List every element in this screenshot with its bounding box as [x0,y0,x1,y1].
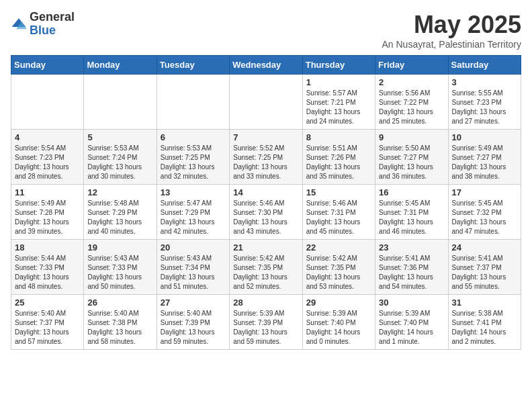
day-number: 6 [161,132,226,142]
calendar-cell: 18Sunrise: 5:44 AM Sunset: 7:33 PM Dayli… [11,240,84,295]
calendar-week-5: 25Sunrise: 5:40 AM Sunset: 7:37 PM Dayli… [11,295,521,350]
calendar-cell: 1Sunrise: 5:57 AM Sunset: 7:21 PM Daylig… [302,75,375,130]
calendar-cell: 19Sunrise: 5:43 AM Sunset: 7:33 PM Dayli… [84,240,157,295]
day-number: 9 [379,132,444,142]
day-info: Sunrise: 5:39 AM Sunset: 7:40 PM Dayligh… [379,309,444,347]
day-info: Sunrise: 5:55 AM Sunset: 7:23 PM Dayligh… [452,89,517,126]
calendar-cell: 3Sunrise: 5:55 AM Sunset: 7:23 PM Daylig… [448,75,521,130]
calendar-cell: 23Sunrise: 5:41 AM Sunset: 7:36 PM Dayli… [375,240,448,295]
calendar-cell: 2Sunrise: 5:56 AM Sunset: 7:22 PM Daylig… [375,75,448,130]
calendar-week-4: 18Sunrise: 5:44 AM Sunset: 7:33 PM Dayli… [11,240,521,295]
day-number: 4 [15,132,80,142]
day-info: Sunrise: 5:56 AM Sunset: 7:22 PM Dayligh… [379,89,444,126]
calendar-cell: 24Sunrise: 5:41 AM Sunset: 7:37 PM Dayli… [448,240,521,295]
calendar-cell: 30Sunrise: 5:39 AM Sunset: 7:40 PM Dayli… [375,295,448,350]
day-number: 14 [233,187,298,197]
day-number: 15 [306,187,371,197]
logo-icon [11,16,27,32]
calendar-cell: 6Sunrise: 5:53 AM Sunset: 7:25 PM Daylig… [157,130,229,185]
day-number: 21 [233,242,298,253]
day-number: 11 [15,187,80,197]
day-info: Sunrise: 5:54 AM Sunset: 7:23 PM Dayligh… [15,144,80,181]
day-info: Sunrise: 5:45 AM Sunset: 7:32 PM Dayligh… [452,199,517,236]
logo-text: General Blue [30,11,75,38]
day-header-monday: Monday [84,56,157,75]
day-number: 10 [452,132,517,142]
calendar-cell: 26Sunrise: 5:40 AM Sunset: 7:38 PM Dayli… [84,295,157,350]
day-info: Sunrise: 5:51 AM Sunset: 7:26 PM Dayligh… [306,144,371,181]
calendar-cell: 9Sunrise: 5:50 AM Sunset: 7:27 PM Daylig… [375,130,448,185]
day-info: Sunrise: 5:40 AM Sunset: 7:38 PM Dayligh… [87,309,152,347]
day-header-sunday: Sunday [11,56,84,75]
calendar-cell: 15Sunrise: 5:46 AM Sunset: 7:31 PM Dayli… [302,185,375,240]
day-info: Sunrise: 5:43 AM Sunset: 7:33 PM Dayligh… [87,254,152,291]
day-header-tuesday: Tuesday [157,56,229,75]
calendar-cell [11,75,84,130]
day-number: 31 [452,298,517,308]
day-info: Sunrise: 5:49 AM Sunset: 7:28 PM Dayligh… [15,199,80,236]
calendar-cell [84,75,157,130]
day-header-friday: Friday [375,56,448,75]
day-info: Sunrise: 5:41 AM Sunset: 7:36 PM Dayligh… [379,254,444,291]
calendar-header: General Blue May 2025 An Nusayrat, Pales… [11,11,521,50]
day-info: Sunrise: 5:42 AM Sunset: 7:35 PM Dayligh… [306,254,371,291]
day-info: Sunrise: 5:52 AM Sunset: 7:25 PM Dayligh… [233,144,298,181]
calendar-cell: 7Sunrise: 5:52 AM Sunset: 7:25 PM Daylig… [230,130,302,185]
day-info: Sunrise: 5:46 AM Sunset: 7:31 PM Dayligh… [306,199,371,236]
day-info: Sunrise: 5:47 AM Sunset: 7:29 PM Dayligh… [161,199,226,236]
day-number: 12 [87,187,152,197]
calendar-cell: 10Sunrise: 5:49 AM Sunset: 7:27 PM Dayli… [448,130,521,185]
day-info: Sunrise: 5:45 AM Sunset: 7:31 PM Dayligh… [379,199,444,236]
day-info: Sunrise: 5:57 AM Sunset: 7:21 PM Dayligh… [306,89,371,126]
calendar-body: 1Sunrise: 5:57 AM Sunset: 7:21 PM Daylig… [11,75,521,350]
day-number: 23 [379,242,444,253]
logo: General Blue [11,11,75,38]
day-info: Sunrise: 5:48 AM Sunset: 7:29 PM Dayligh… [87,199,152,236]
day-number: 27 [161,298,226,308]
day-number: 13 [161,187,226,197]
day-info: Sunrise: 5:43 AM Sunset: 7:34 PM Dayligh… [161,254,226,291]
day-info: Sunrise: 5:38 AM Sunset: 7:41 PM Dayligh… [452,309,517,347]
day-header-saturday: Saturday [448,56,521,75]
day-number: 8 [306,132,371,142]
calendar-cell: 13Sunrise: 5:47 AM Sunset: 7:29 PM Dayli… [157,185,229,240]
calendar-week-2: 4Sunrise: 5:54 AM Sunset: 7:23 PM Daylig… [11,130,521,185]
calendar-table: SundayMondayTuesdayWednesdayThursdayFrid… [11,55,521,350]
calendar-cell: 28Sunrise: 5:39 AM Sunset: 7:39 PM Dayli… [230,295,302,350]
calendar-cell: 17Sunrise: 5:45 AM Sunset: 7:32 PM Dayli… [448,185,521,240]
calendar-cell [230,75,302,130]
logo-general: General [30,11,75,24]
day-info: Sunrise: 5:42 AM Sunset: 7:35 PM Dayligh… [233,254,298,291]
day-number: 2 [379,77,444,87]
day-info: Sunrise: 5:50 AM Sunset: 7:27 PM Dayligh… [379,144,444,181]
calendar-header-row: SundayMondayTuesdayWednesdayThursdayFrid… [11,56,521,75]
day-number: 16 [379,187,444,197]
day-number: 24 [452,242,517,253]
day-info: Sunrise: 5:44 AM Sunset: 7:33 PM Dayligh… [15,254,80,291]
calendar-cell: 29Sunrise: 5:39 AM Sunset: 7:40 PM Dayli… [302,295,375,350]
day-info: Sunrise: 5:39 AM Sunset: 7:40 PM Dayligh… [306,309,371,347]
day-number: 25 [15,298,80,308]
calendar-cell: 16Sunrise: 5:45 AM Sunset: 7:31 PM Dayli… [375,185,448,240]
calendar-cell: 20Sunrise: 5:43 AM Sunset: 7:34 PM Dayli… [157,240,229,295]
day-number: 28 [233,298,298,308]
calendar-cell: 14Sunrise: 5:46 AM Sunset: 7:30 PM Dayli… [230,185,302,240]
day-number: 3 [452,77,517,87]
calendar-title: May 2025 [382,11,522,39]
calendar-cell: 27Sunrise: 5:40 AM Sunset: 7:39 PM Dayli… [157,295,229,350]
calendar-cell: 21Sunrise: 5:42 AM Sunset: 7:35 PM Dayli… [230,240,302,295]
day-info: Sunrise: 5:39 AM Sunset: 7:39 PM Dayligh… [233,309,298,347]
day-number: 29 [306,298,371,308]
day-info: Sunrise: 5:40 AM Sunset: 7:37 PM Dayligh… [15,309,80,347]
day-number: 1 [306,77,371,87]
calendar-cell: 8Sunrise: 5:51 AM Sunset: 7:26 PM Daylig… [302,130,375,185]
day-header-thursday: Thursday [302,56,375,75]
day-number: 5 [87,132,152,142]
calendar-cell: 5Sunrise: 5:53 AM Sunset: 7:24 PM Daylig… [84,130,157,185]
day-info: Sunrise: 5:53 AM Sunset: 7:24 PM Dayligh… [87,144,152,181]
day-number: 22 [306,242,371,253]
day-info: Sunrise: 5:46 AM Sunset: 7:30 PM Dayligh… [233,199,298,236]
calendar-cell: 11Sunrise: 5:49 AM Sunset: 7:28 PM Dayli… [11,185,84,240]
logo-blue: Blue [30,24,75,38]
calendar-cell: 12Sunrise: 5:48 AM Sunset: 7:29 PM Dayli… [84,185,157,240]
